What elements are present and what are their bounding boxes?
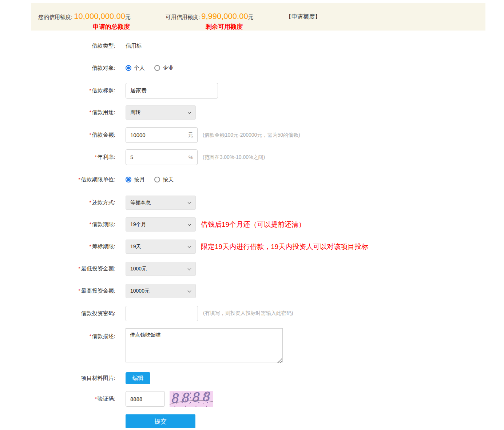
loan-type-value: 信用标	[126, 43, 142, 49]
loan-target-label: 借款对象:	[0, 65, 115, 72]
loan-purpose-row: *借款用途: 周转	[0, 105, 504, 120]
radio-unselected-icon[interactable]	[154, 177, 160, 182]
loan-target-row: 借款对象: 个人 企业	[0, 61, 504, 75]
loan-amount-hint: (借款金额100元-200000元，需为50的倍数)	[203, 132, 300, 138]
max-invest-row: *最高投资金额: 10000元	[0, 284, 504, 298]
repay-method-row: *还款方式: 等额本息	[0, 196, 504, 210]
radio-selected-icon[interactable]	[126, 65, 131, 71]
radio-by-month[interactable]: 按月	[126, 176, 145, 183]
total-credit-value: 10,000,000.00	[74, 12, 125, 21]
annual-rate-input[interactable]	[126, 149, 198, 165]
loan-term-row: *借款期限: 19个月 借钱后19个月还（可以提前还清）	[0, 217, 504, 232]
loan-amount-row: *借款金额: 元 (借款金额100元-200000元，需为50的倍数)	[0, 127, 504, 143]
radio-by-day[interactable]: 按天	[154, 176, 174, 183]
radio-individual[interactable]: 个人	[126, 65, 145, 72]
bid-term-annotation: 限定19天内进行借款，19天内投资人可以对该项目投标	[201, 242, 368, 252]
bid-term-select[interactable]: 19天	[126, 240, 196, 254]
description-label: *借款描述:	[0, 328, 115, 340]
edit-material-button[interactable]: 编辑	[126, 372, 150, 384]
captcha-label: *验证码:	[0, 395, 115, 402]
radio-selected-icon[interactable]	[126, 177, 131, 182]
submit-row: 提交	[0, 414, 504, 428]
min-invest-label: *最低投资金额:	[0, 265, 115, 272]
loan-purpose-select[interactable]: 周转	[126, 105, 196, 120]
apply-quota-link[interactable]: 【申请额度】	[286, 13, 321, 21]
chevron-down-icon	[188, 110, 191, 114]
loan-term-label: *借款期限:	[0, 221, 115, 228]
captcha-row: *验证码: 8888	[0, 390, 504, 407]
max-invest-select[interactable]: 10000元	[126, 284, 196, 298]
min-invest-select[interactable]: 1000元	[126, 262, 196, 276]
chevron-down-icon	[188, 222, 191, 226]
loan-title-input[interactable]	[126, 83, 218, 99]
total-credit-unit: 元	[125, 14, 131, 21]
annual-rate-unit: %	[188, 154, 193, 160]
submit-button[interactable]: 提交	[126, 414, 195, 428]
total-credit-group: 您的信用额度: 10,000,000.00 元	[38, 12, 131, 21]
loan-title-label: *借款标题:	[0, 87, 115, 94]
captcha-input[interactable]	[126, 391, 165, 407]
term-unit-row: *借款期限单位: 按月 按天	[0, 172, 504, 187]
credit-summary-bar: 您的信用额度: 10,000,000.00 元 可用信用额度: 9,990,00…	[31, 3, 485, 31]
term-unit-label: *借款期限单位:	[0, 176, 115, 183]
total-credit-label: 您的信用额度:	[38, 14, 72, 21]
loan-type-label: 借款类型:	[0, 43, 115, 49]
loan-term-select[interactable]: 19个月	[126, 217, 196, 232]
repay-method-label: *还款方式:	[0, 199, 115, 206]
annual-rate-hint: (范围在3.00%-10.00%之间)	[203, 154, 265, 161]
annual-rate-label: *年利率:	[0, 154, 115, 161]
loan-amount-unit: 元	[188, 132, 193, 138]
chevron-down-icon	[188, 201, 191, 204]
available-credit-unit: 元	[248, 14, 254, 21]
loan-title-row: *借款标题:	[0, 83, 504, 99]
annual-rate-row: *年利率: % (范围在3.00%-10.00%之间)	[0, 149, 504, 165]
loan-type-row: 借款类型: 信用标	[0, 39, 504, 53]
invest-password-row: 借款投资密码: (有填写，则投资人投标时需输入此密码)	[0, 305, 504, 321]
bid-term-label: *筹标期限:	[0, 243, 115, 250]
radio-unselected-icon[interactable]	[154, 65, 160, 71]
loan-amount-input[interactable]	[126, 127, 198, 143]
repay-method-select[interactable]: 等额本息	[126, 196, 196, 210]
description-row: *借款描述: 借点钱吃饭喵	[0, 328, 504, 362]
captcha-image[interactable]: 8888	[170, 391, 213, 407]
material-row: 项目材料图片: 编辑	[0, 371, 504, 385]
loan-amount-label: *借款金额:	[0, 132, 115, 138]
bid-term-row: *筹标期限: 19天 限定19天内进行借款，19天内投资人可以对该项目投标	[0, 240, 504, 254]
annotation-remaining-quota: 剩余可用额度	[206, 23, 243, 31]
invest-password-label: 借款投资密码:	[0, 310, 115, 317]
radio-enterprise[interactable]: 企业	[154, 65, 174, 72]
min-invest-row: *最低投资金额: 1000元	[0, 262, 504, 276]
invest-password-hint: (有填写，则投资人投标时需输入此密码)	[203, 310, 293, 317]
annotation-total-quota: 申请的总额度	[93, 23, 130, 31]
chevron-down-icon	[188, 245, 191, 248]
loan-term-annotation: 借钱后19个月还（可以提前还清）	[201, 220, 305, 229]
loan-purpose-label: *借款用途:	[0, 109, 115, 116]
max-invest-label: *最高投资金额:	[0, 288, 115, 294]
chevron-down-icon	[188, 267, 191, 270]
invest-password-input[interactable]	[126, 306, 198, 321]
chevron-down-icon	[188, 289, 191, 293]
available-credit-label: 可用信用额度:	[166, 14, 200, 21]
available-credit-group: 可用信用额度: 9,990,000.00 元	[166, 12, 254, 21]
available-credit-value: 9,990,000.00	[201, 12, 248, 21]
description-textarea[interactable]: 借点钱吃饭喵	[126, 328, 283, 362]
material-label: 项目材料图片:	[0, 375, 115, 382]
